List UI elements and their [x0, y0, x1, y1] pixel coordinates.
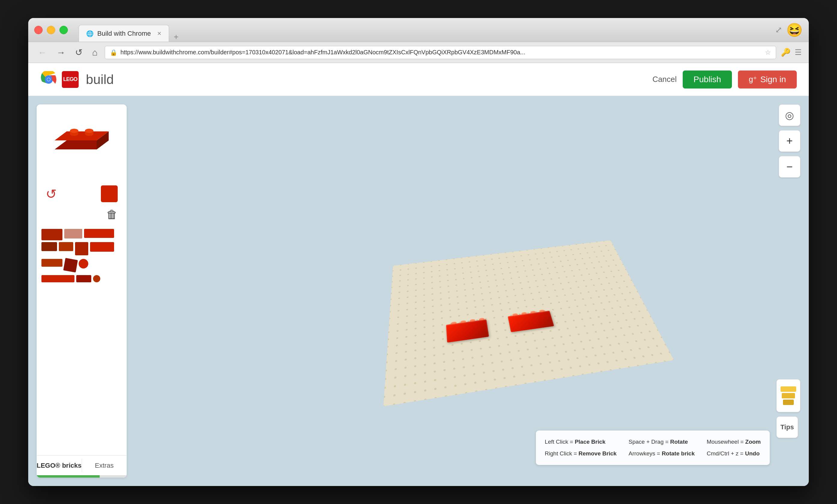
- header-actions: Cancel Publish g⁺ Sign in: [652, 71, 797, 89]
- baseplate: [384, 240, 674, 407]
- right-tools: ◎ + −: [779, 105, 800, 178]
- hint-col-2: Space + Drag = Rotate Arrowkeys = Rotate…: [629, 437, 695, 459]
- hint-col-3: Mousewheel = Zoom Cmd/Ctrl + z = Undo: [707, 437, 761, 459]
- tab-close-icon[interactable]: ✕: [157, 30, 161, 37]
- brick-item[interactable]: [90, 242, 114, 252]
- traffic-lights: [34, 26, 68, 34]
- bookmark-icon[interactable]: ☆: [765, 49, 771, 56]
- stack-layer-3: [783, 399, 794, 405]
- brick-item[interactable]: [64, 229, 82, 239]
- progress-bar-container: [37, 475, 127, 478]
- lego-logo: LEGO: [62, 71, 79, 88]
- ssl-icon: 🔒: [110, 49, 118, 56]
- cancel-button[interactable]: Cancel: [652, 75, 677, 84]
- refresh-button[interactable]: ↺: [73, 47, 85, 58]
- brick-row: [41, 275, 100, 282]
- window-resize-icon[interactable]: ⤢: [775, 25, 782, 35]
- brick-item[interactable]: [79, 259, 88, 268]
- compass-button[interactable]: ◎: [779, 105, 800, 126]
- brick-item[interactable]: [41, 275, 74, 282]
- brick-item[interactable]: [41, 242, 57, 251]
- brick-row: [41, 259, 88, 272]
- baseplate-container: [392, 224, 644, 392]
- tab-bar: 🌐 Build with Chrome ✕ +: [79, 18, 183, 42]
- hint-left-click: Left Click = Place Brick: [545, 437, 617, 447]
- controls-hint: Left Click = Place Brick Right Click = R…: [536, 430, 770, 465]
- hint-space-drag: Space + Drag = Rotate: [629, 437, 695, 447]
- right-bottom-tools: Tips: [776, 379, 800, 438]
- stack-layer-1: [781, 386, 796, 392]
- mac-window: 🌐 Build with Chrome ✕ + ⤢ 😆 ← → ↺ ⌂ 🔒 ht…: [28, 18, 809, 486]
- progress-bar: [37, 475, 100, 478]
- canvas-area[interactable]: ◎ + − Tips: [127, 96, 809, 486]
- tips-button[interactable]: Tips: [776, 416, 798, 438]
- url-bar[interactable]: 🔒 https://www.buildwithchrome.com/builde…: [105, 46, 776, 59]
- brick-item[interactable]: [93, 275, 100, 282]
- chrome-logo: [40, 71, 57, 88]
- bricks-tab[interactable]: LEGO® bricks: [37, 456, 82, 475]
- gplus-icon: g⁺: [749, 75, 757, 84]
- bricks-grid: [37, 226, 127, 455]
- zoom-in-icon: +: [786, 135, 793, 147]
- minimize-button[interactable]: [47, 26, 55, 34]
- main-content: ↻ 🗑: [28, 96, 809, 486]
- zoom-in-button[interactable]: +: [779, 130, 800, 152]
- signin-button[interactable]: g⁺ Sign in: [738, 71, 797, 89]
- build-title: build: [86, 72, 114, 87]
- extras-tab[interactable]: Extras: [82, 456, 127, 475]
- svg-point-10: [70, 129, 78, 133]
- close-button[interactable]: [34, 26, 42, 34]
- app-header: LEGO build Cancel Publish g⁺ Sign in: [28, 63, 809, 96]
- hint-right-click: Right Click = Remove Brick: [545, 449, 617, 459]
- zoom-out-icon: −: [786, 161, 793, 173]
- brick-item[interactable]: [63, 258, 78, 273]
- tab-label: Build with Chrome: [97, 30, 151, 37]
- toolbar-icons: 🔑 ☰: [781, 48, 802, 57]
- rotate-button[interactable]: ↻: [46, 186, 57, 202]
- brick-item[interactable]: [59, 242, 73, 251]
- panel-tabs: LEGO® bricks Extras: [37, 455, 127, 475]
- svg-point-13: [85, 129, 93, 133]
- stack-layer-2: [782, 393, 795, 398]
- delete-button[interactable]: 🗑: [106, 208, 118, 221]
- brick-item[interactable]: [41, 229, 63, 240]
- url-text: https://www.buildwithchrome.com/builder#…: [120, 49, 762, 56]
- brick-item[interactable]: [84, 229, 114, 238]
- new-tab-button[interactable]: +: [169, 32, 183, 42]
- left-panel: ↻ 🗑: [37, 105, 127, 478]
- brick-controls: ↻: [37, 182, 127, 208]
- title-bar: 🌐 Build with Chrome ✕ + ⤢ 😆: [28, 18, 809, 42]
- window-controls-right: ⤢ 😆: [775, 22, 803, 38]
- brick-item[interactable]: [76, 275, 91, 282]
- lego-stack-button[interactable]: [776, 379, 800, 412]
- publish-button[interactable]: Publish: [683, 71, 732, 89]
- color-picker[interactable]: [101, 185, 118, 202]
- hint-arrowkeys: Arrowkeys = Rotate brick: [629, 449, 695, 459]
- brick-item[interactable]: [75, 242, 88, 255]
- active-tab[interactable]: 🌐 Build with Chrome ✕: [79, 25, 169, 42]
- maximize-button[interactable]: [59, 26, 68, 34]
- hint-mousewheel: Mousewheel = Zoom: [707, 437, 761, 447]
- menu-icon[interactable]: ☰: [795, 48, 802, 57]
- hint-cmdctrl: Cmd/Ctrl + z = Undo: [707, 449, 761, 459]
- user-avatar: 😆: [786, 22, 803, 38]
- compass-icon: ◎: [785, 109, 794, 121]
- home-button[interactable]: ⌂: [90, 48, 100, 58]
- address-bar: ← → ↺ ⌂ 🔒 https://www.buildwithchrome.co…: [28, 42, 809, 63]
- extensions-icon[interactable]: 🔑: [781, 48, 790, 57]
- logo-area: LEGO build: [40, 71, 114, 88]
- hint-col-1: Left Click = Place Brick Right Click = R…: [545, 437, 617, 459]
- brick-preview: [37, 105, 127, 182]
- selected-brick-preview: [49, 123, 115, 164]
- forward-button[interactable]: →: [54, 48, 68, 58]
- brick-item[interactable]: [41, 259, 63, 267]
- delete-area: 🗑: [37, 208, 127, 226]
- zoom-out-button[interactable]: −: [779, 156, 800, 178]
- tab-favicon: 🌐: [86, 30, 94, 37]
- hint-row: Left Click = Place Brick Right Click = R…: [545, 437, 761, 459]
- svg-point-4: [47, 78, 50, 81]
- back-button[interactable]: ←: [35, 48, 49, 58]
- brick-row: [59, 242, 114, 255]
